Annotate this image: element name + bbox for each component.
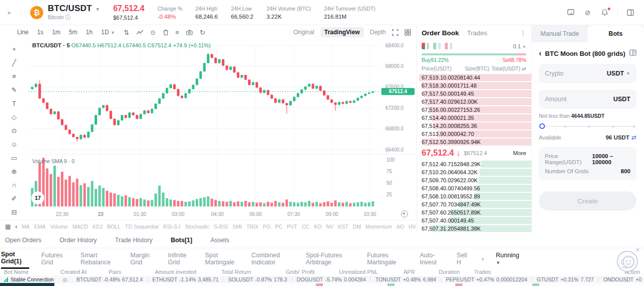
tab-manual-trade[interactable]: Manual Trade — [532, 25, 588, 42]
ask-row[interactable]: 67,512.50.3990926.94K — [417, 138, 531, 146]
emoji-icon[interactable]: ☺ — [7, 140, 21, 149]
tf-1s[interactable]: 1s — [37, 29, 44, 36]
bid-row[interactable]: 67,512.40.7152848.29K — [417, 161, 531, 168]
ask-row[interactable]: 67,514.20.0008255.36 — [417, 122, 531, 129]
ob-view-sells-icon[interactable] — [445, 43, 452, 49]
bottom-tab-assets[interactable]: Assets — [210, 237, 229, 244]
zoom-icon[interactable]: ⊕ — [7, 168, 21, 176]
view-tradingview[interactable]: TradingView — [320, 27, 364, 37]
bottom-tab-order-history[interactable]: Order History — [59, 237, 97, 244]
delete-drawings-icon[interactable] — [163, 29, 169, 36]
tf-5m[interactable]: 5m — [69, 29, 77, 36]
tf-1h[interactable]: 1h — [86, 29, 93, 36]
fib-lines-icon[interactable]: ≡ — [7, 73, 21, 81]
multi-chart-icon[interactable] — [405, 29, 411, 36]
ask-row[interactable]: 67,514.40.000021.35 — [417, 114, 531, 121]
brush-icon[interactable]: ✎ — [7, 86, 21, 94]
indicator-pc[interactable]: PC — [275, 224, 283, 230]
ticker-item-tonusdt[interactable]: TONUSDT+0.48%6.984 — [375, 276, 436, 282]
replay-icon[interactable]: ↻ — [200, 29, 205, 36]
back-chevron-icon[interactable]: ‹ — [539, 49, 541, 57]
indicator-rsi-s-i[interactable]: RSI-S-I — [163, 224, 180, 230]
ticker-item-ethusdt[interactable]: ETHUSDT-1.14%3,485.71 — [152, 276, 219, 282]
indicator-macd[interactable]: MACD — [72, 224, 88, 230]
tf-1d[interactable]: 1D ▼ — [101, 29, 115, 36]
layout-icon[interactable] — [626, 8, 635, 17]
indicator-cc[interactable]: CC — [302, 224, 309, 230]
tab-trades[interactable]: Trades — [467, 29, 487, 37]
ticker-item-solusdt[interactable]: SOLUSDT-0.87%178.3 — [228, 276, 287, 282]
amount-input[interactable]: Amount USDT — [539, 90, 636, 109]
view-depth[interactable]: Depth — [370, 29, 386, 36]
ask-row[interactable]: 67,519.10.00208140.44 — [417, 74, 531, 81]
subtab-margin-grid[interactable]: Margin Grid — [130, 248, 156, 269]
bid-row[interactable]: 67,508.10.00819552.89 — [417, 193, 531, 200]
indicator-momentum[interactable]: Momentum — [365, 224, 392, 230]
indicator-po[interactable]: PO — [263, 224, 271, 230]
ob-view-combined-icon[interactable] — [422, 43, 429, 49]
bid-row[interactable]: 67,510.20.064064.32K — [417, 169, 531, 176]
lock-icon[interactable]: ⊟ — [7, 208, 21, 217]
bid-row[interactable]: 67,507.60.2650517.89K — [417, 209, 531, 216]
indicator-boll[interactable]: BOLL — [107, 224, 121, 230]
price-chart[interactable]: 68400.068000.067600.067200.066800.066400… — [28, 39, 416, 220]
chevron-left-icon[interactable]: ‹ — [15, 223, 17, 230]
crypto-select[interactable]: Crypto USDT ▼ — [539, 64, 636, 83]
text-tool-icon[interactable]: T — [7, 100, 21, 108]
camera-icon[interactable] — [186, 30, 193, 35]
precision-select[interactable]: 0.1 ▼ — [513, 43, 526, 49]
ask-row[interactable]: 67,513.90.000042.70 — [417, 130, 531, 137]
indicator-ao[interactable]: AO — [396, 224, 404, 230]
fullscreen-icon[interactable] — [392, 29, 398, 36]
subtab-sell-h[interactable]: Sell H — [457, 248, 470, 269]
close-icon[interactable]: ✕ — [635, 247, 640, 253]
indicator-kst[interactable]: KST — [338, 224, 348, 230]
indicator-ema[interactable]: EMA — [34, 224, 46, 230]
indicator-smi[interactable]: SMI — [232, 224, 242, 230]
kebab-menu-icon[interactable]: ⋮ — [520, 29, 526, 37]
crosshair-icon[interactable]: + — [7, 45, 21, 53]
trendline-icon[interactable]: ╱ — [7, 59, 21, 67]
expand-panel-icon[interactable]: ▸ — [3, 9, 16, 16]
indicator-trix[interactable]: TRIX — [247, 224, 259, 230]
ask-row[interactable]: 67,517.40.029612.00K — [417, 98, 531, 105]
chevron-right-icon[interactable]: › — [481, 255, 484, 262]
bottom-tab-bots-1-[interactable]: Bots[1] — [171, 237, 192, 244]
bid-row[interactable]: 67,509.70.029622.00K — [417, 177, 531, 184]
indicator-grid-icon[interactable]: ▦ — [5, 223, 11, 230]
pair-selector[interactable]: ₿ BTC/USDT ▼ Bitcoin ⓘ — [16, 4, 113, 21]
subtab-spot-futures-arbitrage[interactable]: Spot-Futures Arbitrage — [306, 248, 355, 269]
forecast-icon[interactable]: ⊙ — [7, 127, 21, 135]
support-chat-bubble[interactable]: ✕ — [616, 250, 639, 273]
subtab-combined-indicator[interactable]: Combined Indicator — [252, 248, 294, 269]
mid-price[interactable]: 67,512.4 ↓ — [422, 148, 460, 158]
create-button[interactable]: Create — [539, 191, 636, 210]
indicator-kdj[interactable]: KDJ — [93, 224, 103, 230]
subtab-auto-invest[interactable]: Auto-Invest — [420, 248, 444, 269]
market-overview-icon[interactable]: ◎ — [63, 276, 67, 282]
ticker-item-pepeusdt[interactable]: PEPEUSDT+0.47%0.000012204 — [446, 276, 527, 282]
indicator-td-sequential[interactable]: TD Sequential — [125, 224, 159, 230]
subtab-smart-rebalance[interactable]: Smart Rebalance — [80, 248, 118, 269]
ob-view-buys-icon[interactable] — [433, 43, 441, 49]
edit-icon[interactable]: ✐ — [7, 195, 21, 203]
tf-1m[interactable]: 1m — [52, 29, 60, 36]
indicator-s-rsi[interactable]: S-RSI — [214, 224, 228, 230]
ticker-item-btcusdt[interactable]: BTCUSDT-0.48%67,512.4 — [76, 276, 143, 282]
bid-row[interactable]: 67,507.31.2054881.38K — [417, 225, 531, 232]
subtab-spot-martingale[interactable]: Spot Martingale — [205, 248, 239, 269]
indicator-ko[interactable]: KO — [314, 224, 321, 230]
indicators-icon[interactable] — [136, 29, 143, 35]
indicator-hv[interactable]: HV — [409, 224, 416, 230]
subtab-futures-martingale[interactable]: Futures Martingale — [367, 248, 408, 269]
bid-row[interactable]: 67,507.70.7034847.49K — [417, 201, 531, 208]
tutorial-icon[interactable] — [566, 8, 575, 17]
ask-row[interactable]: 67,517.50.000149.45 — [417, 90, 531, 97]
subtab-futures-grid[interactable]: Futures Grid — [41, 248, 68, 269]
target-icon[interactable]: ⊙ — [150, 29, 156, 36]
swap-icon[interactable]: ⇄ — [522, 65, 526, 72]
tab-order-book[interactable]: Order Book — [422, 29, 459, 37]
ticker-item-ondousdt[interactable]: ONDOUSDT+0 — [603, 276, 641, 282]
notification-bell-icon[interactable] — [600, 8, 609, 17]
transfer-icon[interactable]: ⇄ — [631, 134, 636, 141]
